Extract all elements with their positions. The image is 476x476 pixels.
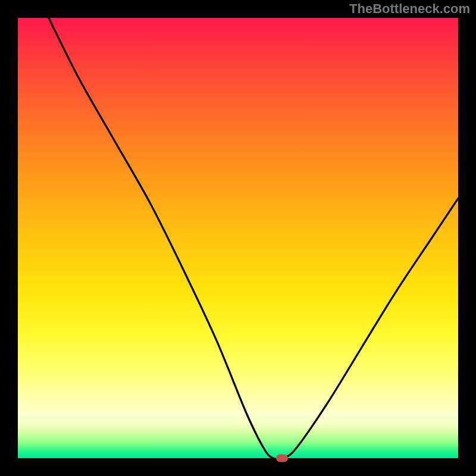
plot-area xyxy=(18,18,458,458)
watermark-text: TheBottleneck.com xyxy=(349,1,470,17)
chart-frame: TheBottleneck.com xyxy=(0,0,476,476)
optimum-marker xyxy=(276,455,288,462)
bottleneck-curve xyxy=(49,18,458,458)
curve-svg xyxy=(18,18,458,458)
